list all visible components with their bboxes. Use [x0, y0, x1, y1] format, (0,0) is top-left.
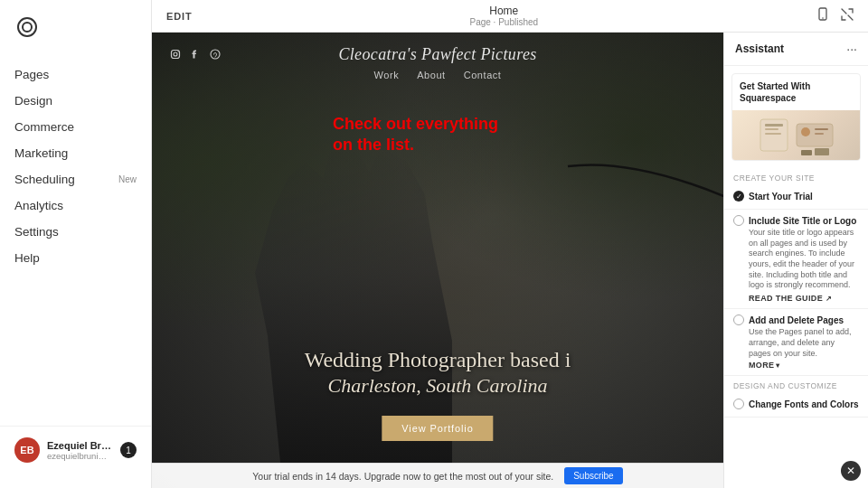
sidebar-item-marketing-label: Marketing [14, 146, 68, 160]
user-info: Ezequiel Bruni ezequielbruni@gmail.com [47, 440, 113, 461]
assistant-item-start-trial[interactable]: ✓ Start Your Trial [724, 185, 868, 210]
preview-header: Cleocatra's Pawfect Pictures Work About … [152, 33, 723, 89]
trial-bar: Your trial ends in 14 days. Upgrade now … [152, 463, 723, 488]
squarespace-logo-icon [14, 14, 40, 40]
create-site-section-label: CREATE YOUR SITE [724, 168, 868, 185]
svg-rect-17 [801, 150, 812, 155]
expand-icon[interactable] [841, 8, 854, 24]
assistant-item-add-pages[interactable]: Add and Delete Pages Use the Pages panel… [724, 309, 868, 376]
sidebar-item-commerce[interactable]: Commerce [0, 114, 151, 140]
scheduling-new-badge: New [118, 174, 137, 184]
sidebar-item-pages-label: Pages [14, 68, 49, 81]
sidebar-item-scheduling[interactable]: Scheduling New [0, 166, 151, 192]
svg-rect-18 [815, 148, 829, 155]
user-avatar: EB [14, 437, 40, 463]
social-icons [170, 49, 221, 61]
close-icon: ✕ [846, 465, 855, 477]
page-name: Home [469, 5, 538, 17]
sidebar-item-analytics-label: Analytics [14, 199, 63, 212]
edit-label[interactable]: EDIT [166, 11, 193, 22]
empty-check-icon-3 [733, 399, 744, 409]
sidebar-item-commerce-label: Commerce [14, 120, 74, 134]
sidebar-item-scheduling-label: Scheduling [14, 173, 75, 186]
assistant-promo-card[interactable]: Get Started With Squarespace [731, 73, 861, 161]
sidebar-item-help-label: Help [14, 251, 40, 265]
user-initials: EB [20, 445, 33, 455]
topbar-center: Home Page · Published [469, 5, 538, 27]
sidebar-item-help[interactable]: Help [0, 245, 151, 271]
site-title-header: Include Site Title or Logo [733, 215, 859, 226]
svg-rect-13 [797, 124, 833, 146]
read-guide-link[interactable]: READ THE GUIDE ↗ [749, 294, 859, 303]
user-name: Ezequiel Bruni [47, 440, 113, 451]
card-illustration [742, 110, 851, 160]
facebook-icon [190, 49, 201, 61]
preview-nav-contact[interactable]: Contact [464, 70, 502, 80]
pinterest-icon [210, 49, 221, 61]
topbar-icons [816, 7, 854, 25]
preview-nav-work[interactable]: Work [374, 70, 400, 80]
svg-rect-12 [765, 133, 781, 135]
svg-point-0 [18, 18, 36, 36]
assistant-card-text: Get Started With Squarespace [732, 74, 860, 110]
sidebar-item-settings-label: Settings [14, 225, 59, 239]
trial-text: Your trial ends in 14 days. Upgrade now … [252, 471, 553, 482]
svg-point-6 [178, 51, 179, 52]
sidebar-user-section: EB Ezequiel Bruni ezequielbruni@gmail.co… [0, 426, 151, 474]
assistant-title: Assistant [735, 42, 784, 55]
svg-rect-15 [815, 128, 828, 130]
svg-rect-10 [765, 124, 783, 127]
site-title: Cleocatra's Pawfect Pictures [338, 45, 536, 64]
add-pages-title: Add and Delete Pages [749, 315, 844, 325]
site-title-desc: Your site title or logo appears on all p… [749, 228, 859, 291]
subscribe-button[interactable]: Subscribe [564, 467, 622, 484]
topbar: EDIT Home Page · Published [152, 0, 868, 33]
start-trial-header: ✓ Start Your Trial [733, 191, 859, 202]
check-icon: ✓ [733, 191, 744, 202]
fonts-colors-title: Change Fonts and Colors [749, 399, 859, 409]
external-link-icon: ↗ [826, 295, 832, 303]
add-pages-desc: Use the Pages panel to add, arrange, and… [749, 327, 859, 359]
svg-point-5 [174, 52, 177, 56]
empty-check-icon-2 [733, 314, 744, 325]
sidebar-navigation: Pages Design Commerce Marketing Scheduli… [0, 61, 151, 426]
start-trial-title: Start Your Trial [749, 192, 813, 202]
svg-point-1 [23, 23, 32, 32]
canvas-wrapper: Cleocatra's Pawfect Pictures Work About … [152, 33, 868, 488]
sidebar-item-design[interactable]: Design [0, 88, 151, 114]
user-email: ezequielbruni@gmail.com [47, 451, 113, 461]
sidebar-item-design-label: Design [14, 94, 52, 108]
instagram-icon [170, 49, 181, 61]
assistant-card-image [732, 110, 860, 160]
sidebar-item-marketing[interactable]: Marketing [0, 140, 151, 166]
svg-rect-16 [815, 133, 824, 135]
assistant-header: Assistant ··· [724, 33, 868, 66]
svg-point-3 [822, 17, 824, 19]
fonts-colors-header: Change Fonts and Colors [733, 399, 859, 409]
svg-rect-11 [765, 128, 778, 130]
chevron-down-icon: ▾ [776, 361, 779, 370]
user-notification-badge[interactable]: 1 [120, 442, 137, 458]
preview-navigation: Work About Contact [374, 70, 502, 80]
view-portfolio-button[interactable]: View Portfolio [382, 416, 493, 441]
svg-point-14 [801, 127, 810, 136]
add-pages-more-button[interactable]: MORE ▾ [749, 361, 859, 370]
empty-check-icon [733, 215, 744, 226]
sidebar-item-analytics[interactable]: Analytics [0, 192, 151, 219]
preview-nav-about[interactable]: About [417, 70, 446, 80]
assistant-more-button[interactable]: ··· [846, 42, 857, 56]
page-status: Page · Published [469, 17, 538, 27]
design-section-label: DESIGN AND CUSTOMIZE [724, 376, 868, 393]
assistant-item-site-title[interactable]: Include Site Title or Logo Your site tit… [724, 210, 868, 309]
sidebar-item-settings[interactable]: Settings [0, 219, 151, 245]
assistant-close-button[interactable]: ✕ [841, 461, 861, 481]
assistant-panel: Assistant ··· Get Started With Squarespa… [723, 33, 868, 488]
svg-point-7 [211, 50, 220, 59]
sidebar-item-pages[interactable]: Pages [0, 61, 151, 88]
assistant-item-fonts-colors[interactable]: Change Fonts and Colors [724, 393, 868, 418]
sidebar-logo [0, 14, 151, 61]
site-preview[interactable]: Cleocatra's Pawfect Pictures Work About … [152, 33, 723, 488]
sidebar: Pages Design Commerce Marketing Scheduli… [0, 0, 152, 488]
add-pages-header: Add and Delete Pages [733, 314, 859, 325]
mobile-preview-icon[interactable] [816, 7, 830, 25]
